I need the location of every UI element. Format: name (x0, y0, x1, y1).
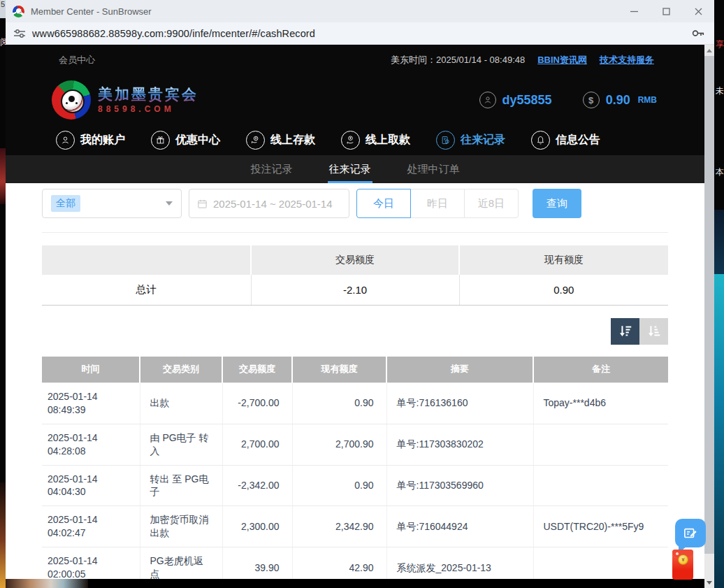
cell-amount: 2,300.00 (222, 506, 292, 547)
cell-time: 2025-01-14 04:02:47 (42, 506, 140, 547)
summary-header-balance: 现有额度 (459, 245, 668, 275)
type-select[interactable]: 全部 (42, 189, 182, 218)
url-text[interactable]: www665988682.88598y.com:9900/infe/mcente… (32, 28, 685, 39)
table-header-row: 时间 交易类别 交易额度 现有额度 摘要 备注 (42, 357, 668, 383)
table-row: 2025-01-14 04:04:30 转出 至 PG电子 -2,342.00 … (42, 465, 668, 506)
cell-note: Topay-***d4b6 (533, 383, 668, 424)
summary-total-label: 总计 (42, 275, 251, 305)
sort-controls (42, 318, 668, 345)
chevron-down-icon (166, 201, 173, 206)
cell-time: 2025-01-14 08:49:39 (42, 383, 140, 424)
summary-header-empty (42, 245, 251, 275)
records-table: 时间 交易类别 交易额度 现有额度 摘要 备注 2025-01-14 08:49… (42, 357, 668, 588)
records-icon (436, 131, 455, 150)
cell-note: USDT(TRC20)-***5Fy9 (533, 506, 668, 547)
table-row: 2025-01-14 08:49:39 出款 -2,700.00 0.90 单号… (42, 383, 668, 424)
yesterday-button[interactable]: 昨日 (410, 189, 465, 218)
minimize-button[interactable] (618, 0, 650, 22)
cell-time: 2025-01-14 04:28:08 (42, 424, 140, 465)
nav-deposit[interactable]: 线上存款 (246, 131, 315, 150)
cell-amount: -2,342.00 (222, 465, 292, 506)
quick-date-group: 今日 昨日 近8日 (356, 189, 519, 218)
balance-display[interactable]: $ 0.90 RMB (583, 92, 657, 108)
cell-amount: -2,700.00 (222, 383, 292, 424)
summary-trade-total: -2.10 (251, 275, 459, 305)
desktop-fragment (0, 482, 6, 588)
cell-time: 2025-01-14 04:04:30 (42, 465, 140, 506)
maximize-button[interactable] (650, 0, 682, 22)
cell-balance: 0.90 (292, 465, 386, 506)
cell-type: 转出 至 PG电子 (140, 465, 222, 506)
query-button[interactable]: 查询 (533, 189, 581, 218)
sort-ascending-button[interactable] (639, 318, 668, 345)
close-button[interactable] (682, 0, 714, 22)
page-viewport: 会员中心 美东时间：2025/01/14 - 08:49:48 BBIN资讯网 … (6, 45, 714, 588)
gold-coin-icon: ¥ (678, 554, 688, 565)
date-range-input[interactable]: 2025-01-14 ~ 2025-01-14 (189, 189, 349, 218)
summary-table: 交易额度 现有额度 总计 -2.10 0.90 (42, 245, 668, 306)
site-logo-title: 美加墨贵宾会 (98, 86, 198, 102)
calendar-icon (197, 199, 208, 209)
site-topbar: 会员中心 美东时间：2025/01/14 - 08:49:48 BBIN资讯网 … (6, 45, 704, 76)
section-label: 会员中心 (59, 54, 95, 66)
table-row: 2025-01-14 04:28:08 由 PG电子 转入 2,700.00 2… (42, 424, 668, 465)
cell-type: 出款 (140, 383, 222, 424)
site-settings-icon[interactable] (14, 29, 25, 38)
edit-note-icon (683, 526, 698, 540)
url-bar[interactable]: www665988682.88598y.com:9900/infe/mcente… (6, 22, 714, 45)
nav-my-account[interactable]: 我的账户 (56, 131, 125, 150)
desktop-fragment (0, 148, 6, 204)
nav-transaction-records[interactable]: 往来记录 (436, 131, 505, 150)
tab-pending-orders[interactable]: 处理中订单 (407, 155, 460, 183)
eastern-time: 美东时间：2025/01/14 - 08:49:48 (391, 54, 525, 66)
table-row: 2025-01-14 04:02:47 加密货币取消出款 2,300.00 2,… (42, 506, 668, 547)
scroll-down-arrow[interactable] (704, 577, 714, 588)
content-area: 全部 2025-01-14 ~ 2025-01-14 今日 昨日 近8日 (6, 183, 704, 588)
scroll-up-arrow[interactable] (704, 45, 714, 56)
page-footer-strip (6, 579, 704, 588)
user-icon (479, 92, 496, 108)
col-amount: 交易额度 (222, 357, 292, 383)
cell-note (533, 465, 668, 506)
tech-support-link[interactable]: 技术支持服务 (600, 54, 654, 66)
bell-icon (531, 131, 550, 150)
desktop-fragment: 享 (716, 38, 724, 50)
site-header: 美加墨贵宾会 88598.COM dy55855 $ 0.90 RMB (6, 76, 704, 124)
today-button[interactable]: 今日 (356, 189, 411, 218)
password-key-icon[interactable] (692, 29, 704, 38)
site-logo[interactable]: 美加墨贵宾会 88598.COM (52, 80, 198, 120)
main-nav: 我的账户 优惠中心 线上存款 线上取款 (6, 124, 704, 155)
desktop-fragment (714, 274, 724, 588)
cell-summary: 单号:716136160 (386, 383, 533, 424)
nav-withdraw[interactable]: 线上取款 (341, 131, 410, 150)
username-display[interactable]: dy55855 (479, 92, 552, 108)
site-logo-domain: 88598.COM (98, 104, 198, 114)
cell-type: 加密货币取消出款 (140, 506, 222, 547)
withdraw-icon (341, 131, 360, 150)
recent-8-days-button[interactable]: 近8日 (464, 189, 519, 218)
site-logo-icon (52, 80, 91, 120)
scrollbar-thumb[interactable] (704, 56, 714, 554)
tab-cash-records[interactable]: 往来记录 (329, 155, 371, 183)
divider (42, 232, 668, 233)
date-range-value: 2025-01-14 ~ 2025-01-14 (213, 198, 333, 210)
titlebar: Member Center - SunBrowser (6, 0, 714, 22)
sort-descending-button[interactable] (611, 318, 639, 345)
red-envelope-highlight (676, 552, 679, 555)
col-summary: 摘要 (386, 357, 533, 383)
page-scrollbar[interactable] (704, 45, 714, 588)
sort-ascending-icon (646, 324, 662, 339)
col-note: 备注 (533, 357, 668, 383)
type-select-value: 全部 (51, 195, 80, 212)
summary-balance-total: 0.90 (459, 275, 668, 305)
red-envelope-button[interactable]: ¥ (672, 550, 693, 580)
summary-header-trade: 交易额度 (251, 245, 459, 275)
nav-announcements[interactable]: 信息公告 (531, 131, 600, 150)
cell-amount: 2,700.00 (222, 424, 292, 465)
col-balance: 现有额度 (292, 357, 386, 383)
nav-promotions[interactable]: 优惠中心 (151, 131, 220, 150)
customer-service-button[interactable] (675, 519, 706, 547)
account-icon (56, 131, 75, 150)
bbin-news-link[interactable]: BBIN资讯网 (537, 54, 587, 66)
tab-bet-records[interactable]: 投注记录 (251, 155, 293, 183)
